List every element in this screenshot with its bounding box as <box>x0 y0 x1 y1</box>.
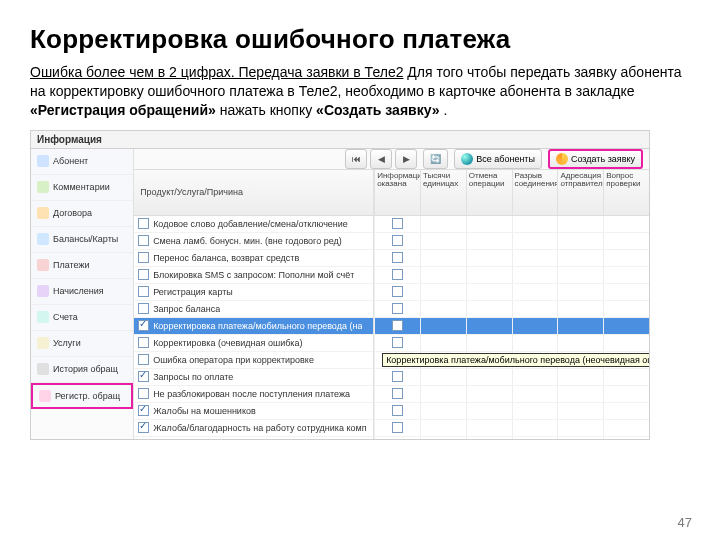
row-checkbox[interactable] <box>138 252 149 263</box>
row-checkbox[interactable] <box>138 269 149 280</box>
matrix-cell <box>466 250 512 266</box>
matrix-cell <box>374 335 420 351</box>
sidebar-item-6[interactable]: Счета <box>31 305 133 331</box>
subtitle-underlined: Ошибка более чем в 2 цифрах. Передача за… <box>30 64 403 80</box>
pager-next-button[interactable]: ▶ <box>395 149 417 169</box>
all-subscribers-toggle[interactable]: Все абоненты <box>454 149 542 169</box>
matrix-checkbox[interactable] <box>392 337 403 348</box>
list-row[interactable]: Входящий звонок/SMS от Теле2 <box>134 437 373 440</box>
sidebar-item-1[interactable]: Комментарии <box>31 175 133 201</box>
row-checkbox[interactable] <box>138 303 149 314</box>
next-icon: ▶ <box>403 154 410 164</box>
row-label: Жалоба/благодарность на работу сотрудник… <box>153 423 366 433</box>
list-row[interactable]: Не разблокирован после поступления плате… <box>134 386 373 403</box>
matrix-row <box>374 420 649 437</box>
slide-title: Корректировка ошибочного платежа <box>30 24 690 55</box>
matrix-checkbox[interactable] <box>392 303 403 314</box>
create-request-button[interactable]: Создать заявку <box>548 149 643 169</box>
sidebar-item-9[interactable]: Регистр. обращ <box>31 383 133 409</box>
list-row[interactable]: Жалоба/благодарность на работу сотрудник… <box>134 420 373 437</box>
matrix-cell <box>603 403 649 419</box>
list-row[interactable]: Запросы по оплате <box>134 369 373 386</box>
matrix-cell <box>603 369 649 385</box>
list-row[interactable]: Смена ламб. бонусн. мин. (вне годового р… <box>134 233 373 250</box>
row-checkbox[interactable] <box>138 337 149 348</box>
sidebar-icon <box>37 233 49 245</box>
subtitle-text-3: . <box>440 102 448 118</box>
sidebar-item-8[interactable]: История обращ <box>31 357 133 383</box>
matrix-cell <box>466 301 512 317</box>
row-checkbox[interactable] <box>138 439 149 440</box>
matrix-cell <box>466 284 512 300</box>
matrix-checkbox[interactable] <box>392 252 403 263</box>
list-row[interactable]: Регистрация карты <box>134 284 373 301</box>
matrix-checkbox[interactable] <box>392 405 403 416</box>
sidebar-icon <box>37 311 49 323</box>
list-row[interactable]: Корректировка платежа/мобильного перевод… <box>134 318 373 335</box>
row-checkbox[interactable] <box>138 388 149 399</box>
row-checkbox[interactable] <box>138 354 149 365</box>
list-row[interactable]: Корректировка (очевидная ошибка) <box>134 335 373 352</box>
sidebar-item-label: История обращ <box>53 364 118 374</box>
row-checkbox[interactable] <box>138 422 149 433</box>
matrix-header-cell: Разрыв соединения <box>512 170 558 215</box>
sidebar-item-0[interactable]: Абонент <box>31 149 133 175</box>
sidebar-icon <box>37 155 49 167</box>
matrix-cell <box>603 216 649 232</box>
refresh-button[interactable]: 🔄 <box>423 149 448 169</box>
matrix-cell <box>512 216 558 232</box>
toolbar-pager: ⏮ ◀ ▶ <box>345 149 417 169</box>
matrix-row <box>374 267 649 284</box>
sidebar-item-7[interactable]: Услуги <box>31 331 133 357</box>
create-request-label: Создать заявку <box>571 154 635 164</box>
row-checkbox[interactable] <box>138 235 149 246</box>
sidebar: АбонентКомментарииДоговораБалансы/КартыП… <box>31 149 134 439</box>
matrix-row <box>374 301 649 318</box>
matrix-checkbox[interactable] <box>392 218 403 229</box>
matrix-cell <box>557 403 603 419</box>
matrix-checkbox[interactable] <box>392 286 403 297</box>
matrix-cell <box>603 335 649 351</box>
subtitle-bold-1: «Регистрация обращений» <box>30 102 216 118</box>
matrix-cell <box>557 420 603 436</box>
pager-first-button[interactable]: ⏮ <box>345 149 367 169</box>
row-checkbox[interactable] <box>138 218 149 229</box>
row-label: Корректировка платежа/мобильного перевод… <box>153 321 362 331</box>
row-label: Регистрация карты <box>153 287 233 297</box>
matrix-cell <box>557 318 603 334</box>
list-row[interactable]: Перенос баланса, возврат средств <box>134 250 373 267</box>
matrix-row <box>374 386 649 403</box>
matrix-cell <box>512 335 558 351</box>
list-row[interactable]: Запрос баланса <box>134 301 373 318</box>
matrix-row <box>374 437 649 440</box>
matrix-checkbox[interactable] <box>392 388 403 399</box>
row-checkbox[interactable] <box>138 320 149 331</box>
matrix-cell <box>557 216 603 232</box>
matrix-column: Информация оказанаТысячи единицахОтмена … <box>374 170 649 440</box>
sidebar-item-2[interactable]: Договора <box>31 201 133 227</box>
list-row[interactable]: Блокировка SMS с запросом: Пополни мой с… <box>134 267 373 284</box>
row-checkbox[interactable] <box>138 371 149 382</box>
all-subscribers-label: Все абоненты <box>476 154 535 164</box>
matrix-checkbox[interactable] <box>392 320 403 331</box>
sidebar-item-4[interactable]: Платежи <box>31 253 133 279</box>
matrix-checkbox[interactable] <box>392 235 403 246</box>
list-row[interactable]: Ошибка оператора при корректировке <box>134 352 373 369</box>
list-row[interactable]: Кодовое слово добавление/смена/отключени… <box>134 216 373 233</box>
pager-prev-button[interactable]: ◀ <box>370 149 392 169</box>
matrix-checkbox[interactable] <box>392 371 403 382</box>
matrix-row <box>374 318 649 335</box>
sidebar-item-5[interactable]: Начисления <box>31 279 133 305</box>
sidebar-icon <box>37 337 49 349</box>
matrix-cell <box>374 284 420 300</box>
matrix-checkbox[interactable] <box>392 269 403 280</box>
reason-list-header: Продукт/Услуга/Причина <box>134 170 373 216</box>
row-checkbox[interactable] <box>138 286 149 297</box>
sidebar-item-3[interactable]: Балансы/Карты <box>31 227 133 253</box>
matrix-checkbox[interactable] <box>392 422 403 433</box>
list-row[interactable]: Жалобы на мошенников <box>134 403 373 420</box>
toolbar: ⏮ ◀ ▶ 🔄 Все абоненты Создать заявку <box>134 149 649 170</box>
sidebar-item-label: Начисления <box>53 286 104 296</box>
matrix-cell <box>420 250 466 266</box>
row-checkbox[interactable] <box>138 405 149 416</box>
